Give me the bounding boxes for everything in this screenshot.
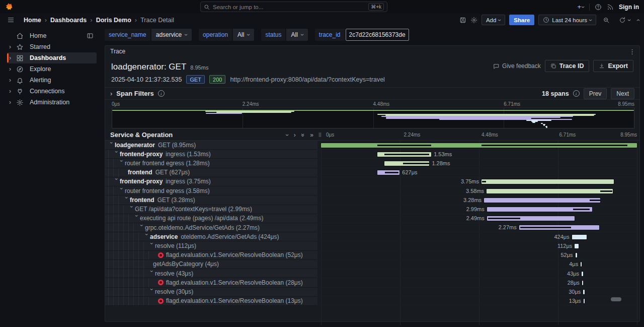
breadcrumb-item-doris-demo[interactable]: Doris Demo (96, 17, 131, 24)
span-name-cell[interactable]: ›adserviceoteldemo.AdService/GetAds (424… (105, 232, 317, 241)
span-name-cell[interactable]: ›resolve (112μs) (105, 241, 317, 250)
span-timeline-cell[interactable]: 13μs (317, 297, 639, 306)
sidebar-item-dashboards[interactable]: ›Dashboards (7, 52, 97, 63)
span-timeline-cell[interactable]: 1.53ms (317, 150, 639, 159)
span-collapse-icon[interactable]: › (114, 178, 120, 185)
span-name-cell[interactable]: ›frontend-proxyingress (1.53ms) (105, 150, 317, 159)
span-duration-bar[interactable] (582, 281, 583, 285)
span-timeline-cell[interactable]: 2.99ms (317, 205, 639, 214)
chevron-right-icon[interactable]: › (9, 54, 16, 61)
span-name-cell[interactable]: ›resolve (30μs) (105, 288, 317, 297)
collapse-toolbar-icon[interactable]: › (635, 19, 641, 21)
span-collapse-icon[interactable]: › (149, 270, 155, 277)
chevron-right-icon[interactable]: › (9, 88, 16, 95)
span-timeline-cell[interactable]: 43μs (317, 269, 639, 278)
span-timeline-cell[interactable]: 424μs (317, 232, 639, 241)
span-name-cell[interactable]: ›router frontend egress (3.58ms) (105, 186, 317, 195)
scrollbar-thumb-horizontal[interactable] (611, 297, 621, 301)
span-timeline-cell[interactable]: 28μs (317, 278, 639, 287)
export-button[interactable]: Export (593, 60, 633, 72)
span-collapse-icon[interactable]: › (109, 142, 115, 148)
filter-value-service_name[interactable]: adservice› (151, 29, 192, 41)
grafana-logo-icon[interactable] (5, 3, 13, 11)
add-button[interactable]: Add› (481, 15, 505, 25)
span-duration-bar[interactable] (581, 262, 582, 267)
span-timeline-cell[interactable]: 1.28ms (317, 159, 639, 168)
span-duration-bar[interactable] (481, 179, 614, 184)
span-count-info-icon[interactable]: i (573, 90, 580, 97)
trace-id-input[interactable] (346, 29, 409, 41)
span-name-cell[interactable]: ›grpc.oteldemo.AdService/GetAds (2.27ms) (105, 223, 317, 232)
filter-value-status[interactable]: All› (286, 29, 307, 41)
span-collapse-icon[interactable]: › (144, 233, 150, 240)
span-timeline-cell[interactable]: 3.58ms (317, 186, 639, 195)
span-timeline-cell[interactable]: 3.75ms (317, 177, 639, 186)
span-name-cell[interactable]: ›executing api route (pages) /api/data (… (105, 214, 317, 223)
chevron-right-icon[interactable]: › (9, 43, 16, 50)
span-collapse-icon[interactable]: › (149, 243, 155, 249)
span-name-cell[interactable]: flagd.evaluation.v1.Service/ResolveBoole… (105, 251, 317, 260)
chevron-right-icon[interactable]: › (9, 66, 16, 73)
span-name-cell[interactable]: ›frontend-proxyingress (3.75ms) (105, 177, 317, 186)
column-resize-handle[interactable] (317, 133, 323, 137)
sidebar-item-connections[interactable]: ›Connections (7, 86, 97, 97)
sidebar-item-starred[interactable]: ›Starred (7, 41, 97, 52)
span-name-cell[interactable]: ›frontendGET (3.28ms) (105, 195, 317, 205)
refresh-button[interactable]: › (616, 15, 633, 25)
span-timeline-cell[interactable]: 52μs (317, 251, 639, 260)
sidebar-item-explore[interactable]: ›Explore (7, 63, 97, 75)
zoom-out-time-button[interactable] (600, 15, 612, 25)
menu-toggle-icon[interactable] (7, 16, 15, 24)
span-collapse-icon[interactable]: › (139, 224, 145, 231)
sidebar-item-alerting[interactable]: ›Alerting (7, 75, 97, 86)
span-name-cell[interactable]: ›resolve (43μs) (105, 269, 317, 278)
span-timeline-cell[interactable]: 4μs (317, 260, 639, 269)
prev-span-button[interactable]: Prev (584, 88, 607, 99)
span-name-cell[interactable]: getAdsByCategory (4μs) (105, 260, 317, 269)
span-duration-bar[interactable] (584, 299, 585, 303)
span-collapse-icon[interactable]: › (124, 197, 130, 203)
span-name-cell[interactable]: ›router frontend egress (1.28ms) (105, 159, 317, 168)
span-name-cell[interactable]: ›loadgeneratorGET (8.95ms) (105, 141, 317, 150)
span-duration-bar[interactable] (572, 235, 587, 239)
span-name-cell[interactable]: flagd.evaluation.v1.Service/ResolveBoole… (105, 278, 317, 287)
expand-one-icon[interactable]: › (294, 132, 296, 138)
panel-menu-icon[interactable]: ⋮ (629, 48, 635, 55)
help-icon[interactable] (595, 4, 602, 11)
span-name-cell[interactable]: ›GET /api/data?contextKeys=travel (2.99m… (105, 205, 317, 214)
span-collapse-icon[interactable]: › (114, 151, 120, 157)
span-name-cell[interactable]: frontendGET (627μs) (105, 168, 317, 177)
span-timeline-cell[interactable]: 112μs (317, 241, 639, 250)
sign-in-button[interactable]: Sign in (619, 4, 639, 11)
chevron-right-icon[interactable]: › (9, 99, 16, 106)
span-collapse-icon[interactable]: › (119, 160, 125, 167)
span-collapse-icon[interactable]: › (149, 289, 155, 295)
news-rss-icon[interactable] (607, 4, 614, 11)
give-feedback-link[interactable]: Give feedback (493, 62, 541, 70)
span-duration-bar[interactable] (583, 290, 585, 294)
dock-sidebar-icon[interactable] (87, 32, 94, 39)
span-timeline-cell[interactable]: 627μs (317, 168, 639, 177)
filter-value-operation[interactable]: All› (233, 29, 254, 41)
span-filters-info-icon[interactable]: i (158, 90, 165, 97)
span-collapse-icon[interactable]: › (134, 215, 140, 222)
dashboard-settings-icon[interactable] (470, 17, 477, 24)
span-timeline-cell[interactable]: 30μs (317, 288, 639, 297)
sidebar-item-administration[interactable]: ›Administration (7, 97, 97, 108)
span-timeline-cell[interactable]: 3.28ms (317, 195, 639, 205)
span-duration-bar[interactable] (576, 253, 578, 257)
span-filters-expand-icon[interactable]: › (110, 90, 112, 97)
span-duration-bar[interactable] (575, 244, 579, 248)
new-menu-button[interactable]: +› (577, 3, 584, 11)
span-duration-bar[interactable] (484, 198, 600, 203)
time-range-picker[interactable]: Last 24 hours› (538, 15, 596, 25)
trace-id-button[interactable]: Trace ID (545, 60, 590, 72)
search-input[interactable]: Search or jump to... ⌘+k (200, 2, 387, 12)
span-collapse-icon[interactable]: › (129, 206, 135, 213)
save-dashboard-icon[interactable] (459, 17, 466, 24)
collapse-all-icon[interactable]: » (300, 133, 306, 137)
expand-all-icon[interactable]: » (310, 132, 313, 138)
next-span-button[interactable]: Next (611, 88, 634, 99)
sidebar-item-home[interactable]: Home (7, 30, 97, 41)
span-collapse-icon[interactable]: › (119, 187, 125, 194)
